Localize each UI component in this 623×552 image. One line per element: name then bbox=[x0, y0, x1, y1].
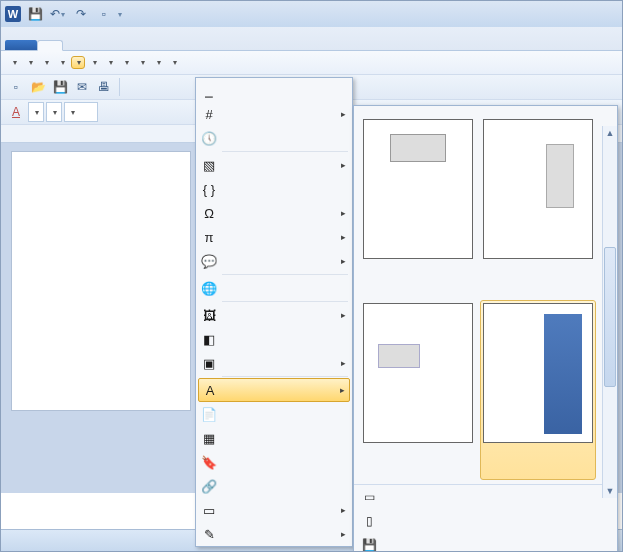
tab-page-layout[interactable] bbox=[111, 41, 135, 50]
bookmark-icon: 🔖 bbox=[200, 453, 218, 471]
insert-date-time[interactable]: 🕔 bbox=[196, 126, 352, 150]
draw-vertical-textbox-icon: ▯ bbox=[360, 512, 378, 530]
print-icon[interactable]: 🖶 bbox=[94, 77, 114, 97]
insert-page-number[interactable]: #▸ bbox=[196, 102, 352, 126]
menu-format[interactable]: ▾ bbox=[87, 56, 101, 69]
insert-field[interactable]: { } bbox=[196, 177, 352, 201]
page-break-icon: ⎯ bbox=[200, 81, 218, 99]
qat-more-icon[interactable]: ▾ bbox=[118, 10, 122, 19]
insert-text-box[interactable]: A▸ bbox=[198, 378, 350, 402]
tab-review[interactable] bbox=[183, 41, 207, 50]
gallery-item-annual-sidebar[interactable] bbox=[480, 300, 596, 480]
size-dropdown[interactable]: ▾ bbox=[64, 102, 98, 122]
page-number-icon: # bbox=[200, 105, 218, 123]
draw-textbox-icon: ▭ bbox=[360, 488, 378, 506]
insert-equation[interactable]: π▸ bbox=[196, 225, 352, 249]
insert-signature-line[interactable]: ✎▸ bbox=[196, 522, 352, 546]
title-bar: W 💾 ↶▾ ↷ ▫ ▾ bbox=[1, 1, 622, 27]
comment-icon: 💬 bbox=[200, 252, 218, 270]
styles-icon[interactable]: A bbox=[6, 102, 26, 122]
insert-web-component: 🌐 bbox=[196, 276, 352, 300]
web-component-icon: 🌐 bbox=[200, 279, 218, 297]
font-dropdown[interactable]: ▾ bbox=[46, 102, 62, 122]
gallery-item-annual-quote[interactable] bbox=[360, 300, 476, 480]
insert-screenshot[interactable]: ▣▸ bbox=[196, 351, 352, 375]
tab-home[interactable] bbox=[63, 41, 87, 50]
menu-tools[interactable]: ▾ bbox=[103, 56, 117, 69]
draw-text-box[interactable]: ▭ bbox=[354, 485, 617, 509]
save-icon[interactable]: 💾 bbox=[25, 4, 45, 24]
new-doc-icon[interactable]: ▫ bbox=[94, 4, 114, 24]
insert-illustrations[interactable]: 🖼▸ bbox=[196, 303, 352, 327]
tab-developer[interactable] bbox=[231, 41, 255, 50]
text-box-gallery: ▲ ▼ ▭ ▯ 💾 bbox=[353, 105, 618, 552]
gallery-grid bbox=[354, 114, 617, 484]
ribbon-tabs bbox=[1, 27, 622, 51]
menu-insert[interactable]: ▾ bbox=[71, 56, 85, 69]
gallery-item-alphabet-quote[interactable] bbox=[480, 116, 596, 296]
insert-cover-page[interactable]: ▭▸ bbox=[196, 498, 352, 522]
draw-vertical-text-box[interactable]: ▯ bbox=[354, 509, 617, 533]
insert-bookmark[interactable]: 🔖 bbox=[196, 450, 352, 474]
text-file-icon: 📄 bbox=[200, 405, 218, 423]
save-selection-to-gallery: 💾 bbox=[354, 533, 617, 552]
smartart-icon: ◧ bbox=[200, 330, 218, 348]
scroll-down-icon[interactable]: ▼ bbox=[604, 484, 617, 498]
insert-hyperlink[interactable]: 🔗 bbox=[196, 474, 352, 498]
menu-window[interactable]: ▾ bbox=[167, 56, 181, 69]
classic-menu-bar: ▾ ▾ ▾ ▾ ▾ ▾ ▾ ▾ ▾ ▾ ▾ bbox=[1, 51, 622, 75]
redo-icon[interactable]: ↷ bbox=[71, 4, 91, 24]
menu-file[interactable]: ▾ bbox=[23, 56, 37, 69]
screenshot-icon: ▣ bbox=[200, 354, 218, 372]
save-icon[interactable]: 💾 bbox=[50, 77, 70, 97]
insert-smartart[interactable]: ◧ bbox=[196, 327, 352, 351]
document-page[interactable] bbox=[11, 151, 191, 411]
equation-icon: π bbox=[200, 228, 218, 246]
insert-page-break[interactable]: ⎯ bbox=[196, 78, 352, 102]
style-dropdown[interactable]: ▾ bbox=[28, 102, 44, 122]
undo-icon[interactable]: ↶▾ bbox=[48, 4, 68, 24]
menu-view[interactable]: ▾ bbox=[55, 56, 69, 69]
gallery-scrollbar[interactable]: ▲ ▼ bbox=[602, 126, 617, 498]
gallery-footer: ▭ ▯ 💾 bbox=[354, 484, 617, 552]
object-icon: ▦ bbox=[200, 429, 218, 447]
signature-icon: ✎ bbox=[200, 525, 218, 543]
menu-edit[interactable]: ▾ bbox=[39, 56, 53, 69]
text-box-icon: A bbox=[201, 381, 219, 399]
scroll-up-icon[interactable]: ▲ bbox=[604, 126, 617, 140]
insert-comments[interactable]: 💬▸ bbox=[196, 249, 352, 273]
tab-references[interactable] bbox=[135, 41, 159, 50]
menu-reference[interactable]: ▾ bbox=[135, 56, 149, 69]
save-gallery-icon: 💾 bbox=[360, 536, 378, 552]
field-icon: { } bbox=[200, 180, 218, 198]
menu-table[interactable]: ▾ bbox=[119, 56, 133, 69]
illustrations-icon: 🖼 bbox=[200, 306, 218, 324]
symbol-icon: Ω bbox=[200, 204, 218, 222]
insert-dropdown-menu: ⎯ #▸ 🕔 ▧▸ { } Ω▸ π▸ 💬▸ 🌐 🖼▸ ◧ ▣▸ A▸ 📄 ▦ … bbox=[195, 77, 353, 547]
insert-symbol[interactable]: Ω▸ bbox=[196, 201, 352, 225]
gallery-header bbox=[354, 106, 617, 114]
file-tab[interactable] bbox=[5, 40, 37, 50]
quick-access-toolbar: 💾 ↶▾ ↷ ▫ ▾ bbox=[25, 4, 123, 24]
insert-object[interactable]: ▦ bbox=[196, 426, 352, 450]
open-icon[interactable]: 📂 bbox=[28, 77, 48, 97]
tab-menus[interactable] bbox=[37, 40, 63, 51]
tab-mailings[interactable] bbox=[159, 41, 183, 50]
mail-icon[interactable]: ✉ bbox=[72, 77, 92, 97]
tab-insert[interactable] bbox=[87, 41, 111, 50]
new-icon[interactable]: ▫ bbox=[6, 77, 26, 97]
tab-view[interactable] bbox=[207, 41, 231, 50]
gallery-item-simple-text-box[interactable] bbox=[360, 116, 476, 296]
menu-all[interactable]: ▾ bbox=[7, 56, 21, 69]
quick-parts-icon: ▧ bbox=[200, 156, 218, 174]
hyperlink-icon: 🔗 bbox=[200, 477, 218, 495]
menu-mailings[interactable]: ▾ bbox=[151, 56, 165, 69]
scroll-thumb[interactable] bbox=[604, 247, 616, 387]
insert-quick-parts[interactable]: ▧▸ bbox=[196, 153, 352, 177]
insert-text-from-file[interactable]: 📄 bbox=[196, 402, 352, 426]
date-time-icon: 🕔 bbox=[200, 129, 218, 147]
word-app-icon: W bbox=[5, 6, 21, 22]
cover-page-icon: ▭ bbox=[200, 501, 218, 519]
